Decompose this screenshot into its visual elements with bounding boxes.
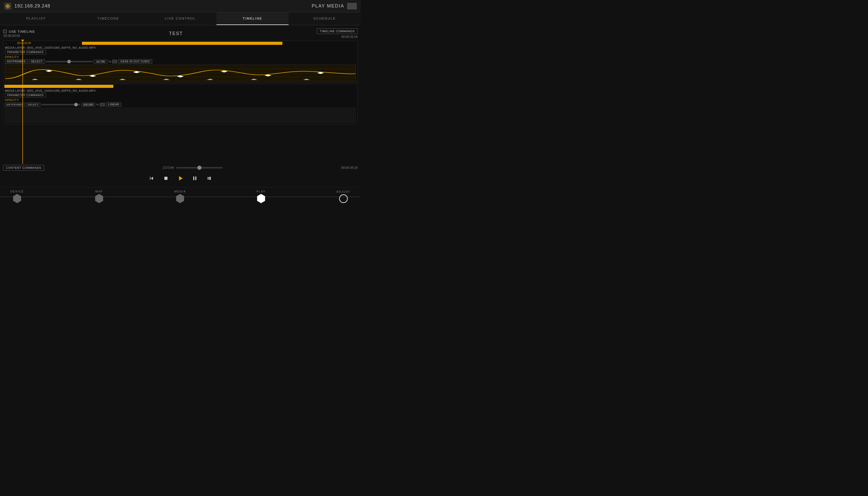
nav-step-media-hex[interactable] xyxy=(175,194,185,203)
timeline-area: USE TIMELINE 00:00:00:00 TEST TIMELINE C… xyxy=(0,25,361,187)
nav-step-map-hex[interactable] xyxy=(95,194,104,203)
track1-bar-container: - xyxy=(4,42,356,45)
track1-opacity-label: OPACITY xyxy=(5,56,356,59)
svg-marker-16 xyxy=(250,79,257,80)
nav-step-adjust: ADJUST xyxy=(336,190,350,203)
track1-graph-svg xyxy=(5,65,356,81)
track2-bar[interactable] xyxy=(4,85,113,88)
track1-slider[interactable] xyxy=(46,61,93,62)
nav-step-media-label: MEDIA xyxy=(174,190,186,193)
use-timeline-checkbox[interactable] xyxy=(3,30,7,33)
track-1: - MEDIA LAYER: 0001_HIVE_1920X1080_60FPS… xyxy=(3,41,358,83)
nav-step-play: PLAY xyxy=(256,190,266,203)
header-left: 192.168.29.248 xyxy=(4,3,50,10)
ip-address: 192.168.29.248 xyxy=(14,3,50,9)
track2-ease-button[interactable]: LINEAR xyxy=(106,102,121,107)
zoom-area: CONTENT COMMANDS ZOOM 00:00:34:19 xyxy=(0,164,361,172)
timecode-top-left: 00:00:00:00 xyxy=(3,34,35,37)
track1-param-commands-button[interactable]: PARAMETER COMMANDS xyxy=(5,50,46,55)
content-commands-button[interactable]: CONTENT COMMANDS xyxy=(3,165,44,171)
zoom-thumb xyxy=(198,166,202,170)
bottom-nav: DEVICE MAP MEDIA PLAY ADJUST xyxy=(0,187,361,206)
play-media-label: PLAY MEDIA xyxy=(312,3,344,9)
tab-playlist[interactable]: PLAYLIST xyxy=(0,12,72,25)
play-media-button[interactable] xyxy=(347,3,357,9)
nav-step-adjust-label: ADJUST xyxy=(336,190,350,193)
zoom-control: ZOOM xyxy=(163,166,223,170)
track2-slider[interactable] xyxy=(42,104,80,105)
tab-timeline[interactable]: TIMELINE xyxy=(217,12,288,25)
nav-step-play-label: PLAY xyxy=(257,190,266,193)
nav-step-device: DEVICE xyxy=(10,190,24,203)
skip-forward-icon xyxy=(206,175,212,181)
stop-button[interactable] xyxy=(161,174,171,183)
tab-timecode[interactable]: TIMECODE xyxy=(72,12,144,25)
right-panel: TIMELINE COMMANDS 00:00:33:16 xyxy=(317,28,358,38)
track1-percent: % xyxy=(109,60,111,63)
nav-step-map-label: MAP xyxy=(95,190,103,193)
track-2: - MEDIA LAYER: 0001_HIVE_1920X1080_60FPS… xyxy=(3,84,358,124)
track2-keyframes-button[interactable]: KEYFRAMES xyxy=(5,103,25,107)
skip-back-button[interactable] xyxy=(147,174,156,183)
track1-bar[interactable] xyxy=(82,42,283,45)
tab-schedule[interactable]: SCHEDULE xyxy=(288,12,361,25)
bottom-nav-items: DEVICE MAP MEDIA PLAY ADJUST xyxy=(10,190,350,203)
track2-bar-container: - xyxy=(4,84,356,88)
track2-minus[interactable]: - xyxy=(5,84,6,89)
use-timeline-group: USE TIMELINE 00:00:00:00 xyxy=(3,30,35,37)
svg-marker-11 xyxy=(31,79,38,80)
track2-value[interactable]: 100.000 xyxy=(81,103,95,107)
nav-step-map: MAP xyxy=(95,190,104,203)
use-timeline-label: USE TIMELINE xyxy=(9,30,35,33)
play-button[interactable] xyxy=(176,174,185,183)
track1-keyframes-button[interactable]: KEYFRAMES xyxy=(5,59,28,64)
nav-step-device-label: DEVICE xyxy=(10,190,24,193)
track2-keyframe-controls: KEYFRAMES SELECT 100.000 % LINEAR xyxy=(5,102,356,107)
track2-percent: % xyxy=(96,103,99,106)
timeline-title: TEST xyxy=(169,31,183,36)
nav-step-adjust-ring[interactable] xyxy=(339,194,348,203)
track2-content: MEDIA LAYER: 0001_HIVE_1920X1080_60FPS_N… xyxy=(3,89,357,124)
track2-select-button[interactable]: SELECT xyxy=(26,103,41,107)
track1-keyframe-controls: KEYFRAMES SELECT 10.740 % EASE IN OUT CU… xyxy=(5,59,356,64)
tracks-container: 00:00:01:09 - MEDIA LAYER: 0001_HIVE_192… xyxy=(0,40,361,164)
track1-ease-button[interactable]: EASE IN OUT CUBIC xyxy=(118,59,152,64)
use-timeline-row: USE TIMELINE xyxy=(3,30,35,33)
header: 192.168.29.248 PLAY MEDIA xyxy=(0,0,361,12)
pause-icon xyxy=(192,175,198,181)
skip-back-icon xyxy=(148,175,155,181)
track1-select-button[interactable]: SELECT xyxy=(29,59,45,64)
nav-step-play-hex[interactable] xyxy=(256,194,266,203)
svg-marker-17 xyxy=(303,79,310,80)
skip-forward-button[interactable] xyxy=(205,174,214,183)
zoom-slider[interactable] xyxy=(176,167,223,169)
tab-live-control[interactable]: LIVE CONTROL xyxy=(144,12,217,25)
track2-ease-icon[interactable] xyxy=(100,103,105,106)
track1-content: MEDIA LAYER: 0001_HIVE_1920X1080_60FPS_N… xyxy=(3,46,357,82)
track1-keyframe-graph xyxy=(5,65,356,81)
track1-media-label: MEDIA LAYER: 0001_HIVE_1920X1080_60FPS_N… xyxy=(5,46,356,49)
zoom-label: ZOOM xyxy=(163,166,174,170)
track1-minus[interactable]: - xyxy=(5,42,6,46)
track2-param-commands-button[interactable]: PARAMETER COMMANDS xyxy=(5,93,46,97)
logo-icon xyxy=(4,3,11,10)
svg-marker-15 xyxy=(207,79,214,80)
track2-slider-thumb xyxy=(74,103,78,106)
playback-controls xyxy=(0,172,361,185)
nav-step-device-hex[interactable] xyxy=(12,194,22,203)
track1-value[interactable]: 10.740 xyxy=(94,60,108,64)
timeline-commands-button[interactable]: TIMELINE COMMANDS xyxy=(317,28,358,34)
timecode-top-right: 00:00:33:16 xyxy=(342,35,358,38)
svg-rect-18 xyxy=(210,177,211,180)
stop-icon xyxy=(163,175,169,181)
top-row: USE TIMELINE 00:00:00:00 TEST TIMELINE C… xyxy=(0,27,361,40)
svg-marker-12 xyxy=(75,79,82,80)
track2-graph-area xyxy=(5,108,356,123)
pause-button[interactable] xyxy=(190,174,200,183)
track2-media-label: MEDIA LAYER: 0001_HIVE_1920X1080_60FPS_N… xyxy=(5,89,356,92)
track1-ease-icon[interactable] xyxy=(112,60,117,63)
play-icon xyxy=(176,174,184,182)
track1-slider-thumb xyxy=(67,60,71,63)
nav-tabs: PLAYLIST TIMECODE LIVE CONTROL TIMELINE … xyxy=(0,12,361,25)
header-right: PLAY MEDIA xyxy=(312,3,357,9)
